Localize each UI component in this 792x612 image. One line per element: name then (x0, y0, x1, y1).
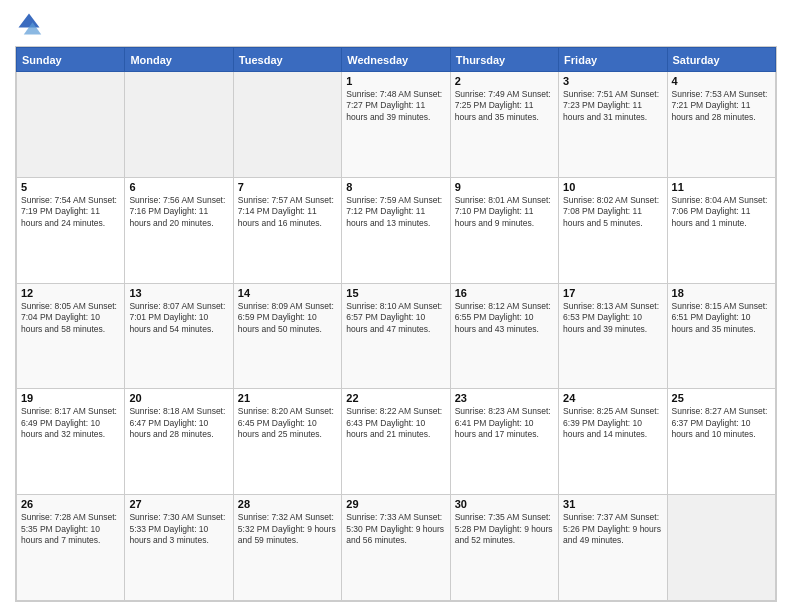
logo-icon (15, 10, 43, 38)
day-number: 14 (238, 287, 337, 299)
weekday-header-saturday: Saturday (667, 48, 775, 72)
day-cell: 26Sunrise: 7:28 AM Sunset: 5:35 PM Dayli… (17, 495, 125, 601)
logo (15, 10, 47, 38)
day-cell: 8Sunrise: 7:59 AM Sunset: 7:12 PM Daylig… (342, 177, 450, 283)
day-cell: 24Sunrise: 8:25 AM Sunset: 6:39 PM Dayli… (559, 389, 667, 495)
day-info: Sunrise: 7:57 AM Sunset: 7:14 PM Dayligh… (238, 195, 337, 229)
day-info: Sunrise: 7:28 AM Sunset: 5:35 PM Dayligh… (21, 512, 120, 546)
day-cell: 28Sunrise: 7:32 AM Sunset: 5:32 PM Dayli… (233, 495, 341, 601)
weekday-header-monday: Monday (125, 48, 233, 72)
day-info: Sunrise: 7:59 AM Sunset: 7:12 PM Dayligh… (346, 195, 445, 229)
day-info: Sunrise: 7:48 AM Sunset: 7:27 PM Dayligh… (346, 89, 445, 123)
day-info: Sunrise: 7:32 AM Sunset: 5:32 PM Dayligh… (238, 512, 337, 546)
day-info: Sunrise: 7:49 AM Sunset: 7:25 PM Dayligh… (455, 89, 554, 123)
day-number: 15 (346, 287, 445, 299)
day-number: 11 (672, 181, 771, 193)
day-info: Sunrise: 8:13 AM Sunset: 6:53 PM Dayligh… (563, 301, 662, 335)
week-row-2: 5Sunrise: 7:54 AM Sunset: 7:19 PM Daylig… (17, 177, 776, 283)
day-number: 8 (346, 181, 445, 193)
day-info: Sunrise: 7:54 AM Sunset: 7:19 PM Dayligh… (21, 195, 120, 229)
day-info: Sunrise: 8:27 AM Sunset: 6:37 PM Dayligh… (672, 406, 771, 440)
day-cell: 3Sunrise: 7:51 AM Sunset: 7:23 PM Daylig… (559, 72, 667, 178)
weekday-header-friday: Friday (559, 48, 667, 72)
day-cell: 12Sunrise: 8:05 AM Sunset: 7:04 PM Dayli… (17, 283, 125, 389)
page: SundayMondayTuesdayWednesdayThursdayFrid… (0, 0, 792, 612)
day-cell: 23Sunrise: 8:23 AM Sunset: 6:41 PM Dayli… (450, 389, 558, 495)
day-info: Sunrise: 8:25 AM Sunset: 6:39 PM Dayligh… (563, 406, 662, 440)
week-row-4: 19Sunrise: 8:17 AM Sunset: 6:49 PM Dayli… (17, 389, 776, 495)
calendar-body: 1Sunrise: 7:48 AM Sunset: 7:27 PM Daylig… (17, 72, 776, 601)
day-info: Sunrise: 8:15 AM Sunset: 6:51 PM Dayligh… (672, 301, 771, 335)
calendar: SundayMondayTuesdayWednesdayThursdayFrid… (15, 46, 777, 602)
day-info: Sunrise: 7:30 AM Sunset: 5:33 PM Dayligh… (129, 512, 228, 546)
day-info: Sunrise: 8:10 AM Sunset: 6:57 PM Dayligh… (346, 301, 445, 335)
day-number: 4 (672, 75, 771, 87)
week-row-3: 12Sunrise: 8:05 AM Sunset: 7:04 PM Dayli… (17, 283, 776, 389)
day-info: Sunrise: 7:51 AM Sunset: 7:23 PM Dayligh… (563, 89, 662, 123)
day-info: Sunrise: 8:01 AM Sunset: 7:10 PM Dayligh… (455, 195, 554, 229)
day-number: 18 (672, 287, 771, 299)
day-cell: 11Sunrise: 8:04 AM Sunset: 7:06 PM Dayli… (667, 177, 775, 283)
day-cell: 5Sunrise: 7:54 AM Sunset: 7:19 PM Daylig… (17, 177, 125, 283)
day-cell: 25Sunrise: 8:27 AM Sunset: 6:37 PM Dayli… (667, 389, 775, 495)
header (15, 10, 777, 38)
day-info: Sunrise: 7:35 AM Sunset: 5:28 PM Dayligh… (455, 512, 554, 546)
day-info: Sunrise: 8:18 AM Sunset: 6:47 PM Dayligh… (129, 406, 228, 440)
day-info: Sunrise: 8:22 AM Sunset: 6:43 PM Dayligh… (346, 406, 445, 440)
day-cell: 15Sunrise: 8:10 AM Sunset: 6:57 PM Dayli… (342, 283, 450, 389)
day-number: 25 (672, 392, 771, 404)
day-cell: 10Sunrise: 8:02 AM Sunset: 7:08 PM Dayli… (559, 177, 667, 283)
day-cell: 1Sunrise: 7:48 AM Sunset: 7:27 PM Daylig… (342, 72, 450, 178)
weekday-header-thursday: Thursday (450, 48, 558, 72)
day-cell: 14Sunrise: 8:09 AM Sunset: 6:59 PM Dayli… (233, 283, 341, 389)
day-number: 23 (455, 392, 554, 404)
day-cell: 17Sunrise: 8:13 AM Sunset: 6:53 PM Dayli… (559, 283, 667, 389)
day-cell (125, 72, 233, 178)
day-number: 16 (455, 287, 554, 299)
day-info: Sunrise: 8:20 AM Sunset: 6:45 PM Dayligh… (238, 406, 337, 440)
day-number: 22 (346, 392, 445, 404)
day-info: Sunrise: 7:33 AM Sunset: 5:30 PM Dayligh… (346, 512, 445, 546)
day-cell (667, 495, 775, 601)
day-number: 3 (563, 75, 662, 87)
day-number: 24 (563, 392, 662, 404)
day-number: 30 (455, 498, 554, 510)
day-number: 13 (129, 287, 228, 299)
weekday-header-sunday: Sunday (17, 48, 125, 72)
day-cell: 29Sunrise: 7:33 AM Sunset: 5:30 PM Dayli… (342, 495, 450, 601)
day-number: 12 (21, 287, 120, 299)
day-number: 31 (563, 498, 662, 510)
day-cell: 31Sunrise: 7:37 AM Sunset: 5:26 PM Dayli… (559, 495, 667, 601)
day-info: Sunrise: 8:23 AM Sunset: 6:41 PM Dayligh… (455, 406, 554, 440)
day-cell: 21Sunrise: 8:20 AM Sunset: 6:45 PM Dayli… (233, 389, 341, 495)
day-number: 28 (238, 498, 337, 510)
day-info: Sunrise: 8:09 AM Sunset: 6:59 PM Dayligh… (238, 301, 337, 335)
day-cell: 6Sunrise: 7:56 AM Sunset: 7:16 PM Daylig… (125, 177, 233, 283)
day-info: Sunrise: 8:07 AM Sunset: 7:01 PM Dayligh… (129, 301, 228, 335)
weekday-header-wednesday: Wednesday (342, 48, 450, 72)
day-number: 27 (129, 498, 228, 510)
day-cell: 18Sunrise: 8:15 AM Sunset: 6:51 PM Dayli… (667, 283, 775, 389)
day-info: Sunrise: 7:53 AM Sunset: 7:21 PM Dayligh… (672, 89, 771, 123)
day-cell: 7Sunrise: 7:57 AM Sunset: 7:14 PM Daylig… (233, 177, 341, 283)
day-number: 19 (21, 392, 120, 404)
calendar-header: SundayMondayTuesdayWednesdayThursdayFrid… (17, 48, 776, 72)
day-info: Sunrise: 7:37 AM Sunset: 5:26 PM Dayligh… (563, 512, 662, 546)
day-info: Sunrise: 8:17 AM Sunset: 6:49 PM Dayligh… (21, 406, 120, 440)
day-info: Sunrise: 8:04 AM Sunset: 7:06 PM Dayligh… (672, 195, 771, 229)
calendar-table: SundayMondayTuesdayWednesdayThursdayFrid… (16, 47, 776, 601)
week-row-5: 26Sunrise: 7:28 AM Sunset: 5:35 PM Dayli… (17, 495, 776, 601)
day-number: 21 (238, 392, 337, 404)
day-number: 9 (455, 181, 554, 193)
weekday-header-row: SundayMondayTuesdayWednesdayThursdayFrid… (17, 48, 776, 72)
day-info: Sunrise: 8:05 AM Sunset: 7:04 PM Dayligh… (21, 301, 120, 335)
day-number: 1 (346, 75, 445, 87)
day-cell: 20Sunrise: 8:18 AM Sunset: 6:47 PM Dayli… (125, 389, 233, 495)
day-number: 6 (129, 181, 228, 193)
day-cell: 4Sunrise: 7:53 AM Sunset: 7:21 PM Daylig… (667, 72, 775, 178)
day-number: 26 (21, 498, 120, 510)
day-number: 5 (21, 181, 120, 193)
day-cell: 9Sunrise: 8:01 AM Sunset: 7:10 PM Daylig… (450, 177, 558, 283)
day-info: Sunrise: 8:12 AM Sunset: 6:55 PM Dayligh… (455, 301, 554, 335)
day-cell (233, 72, 341, 178)
